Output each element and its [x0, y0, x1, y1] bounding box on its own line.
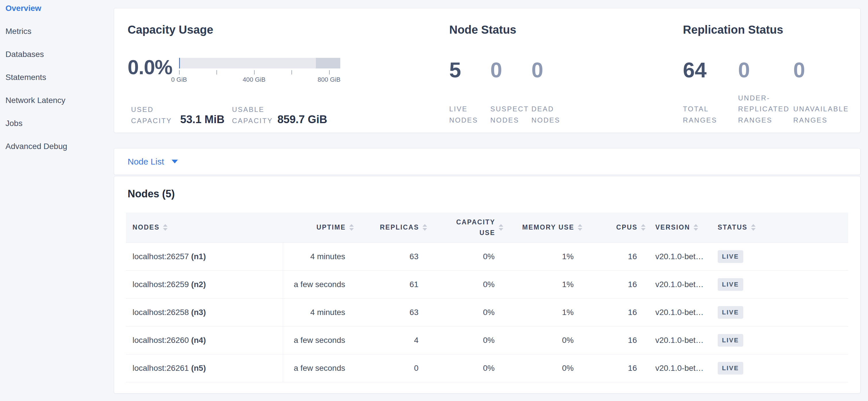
status-cell: LIVE	[710, 270, 848, 298]
memory-use-cell: 1%	[506, 270, 585, 298]
column-header-nodes[interactable]: NODES	[126, 212, 283, 242]
cluster-summary-card: Capacity Usage 0.0%	[114, 8, 861, 133]
column-header-label: MEMORY USE	[522, 224, 574, 231]
gauge-tick	[254, 70, 255, 75]
dead-nodes-label: DEAD NODES	[531, 104, 569, 126]
column-header-status[interactable]: STATUS	[710, 212, 848, 242]
capacity-gauge-bar	[179, 58, 340, 68]
capacity-use-cell: 0%	[430, 270, 506, 298]
capacity-use-cell: 0%	[430, 298, 506, 326]
dead-nodes-count: 0	[531, 60, 580, 81]
sort-arrows-icon	[751, 224, 755, 231]
nodes-table: NODES UPTIME REPLICAS	[126, 212, 848, 382]
sort-arrows-icon	[163, 224, 167, 231]
node-id: (n3)	[191, 308, 206, 317]
column-header-label: NODES	[132, 224, 159, 231]
cpus-cell: 16	[585, 242, 648, 270]
unavailable-ranges-count: 0	[793, 60, 862, 81]
column-header-uptime[interactable]: UPTIME	[283, 212, 357, 242]
gauge-tick	[216, 70, 217, 75]
capacity-gauge-ticks	[179, 70, 340, 75]
node-row-4[interactable]: localhost:26260 (n4) a few seconds 4 0% …	[126, 326, 848, 354]
sidebar-item-network-latency[interactable]: Network Latency	[0, 89, 114, 112]
node-list-dropdown[interactable]: Node List	[128, 157, 178, 167]
total-ranges-count: 64	[683, 60, 738, 81]
caret-down-icon	[172, 160, 178, 163]
replication-status-title: Replication Status	[683, 23, 783, 36]
sidebar: Overview Metrics Databases Statements Ne…	[0, 0, 114, 401]
gauge-tick-label: 400 GiB	[243, 76, 266, 83]
cpus-cell: 16	[585, 270, 648, 298]
live-nodes-count: 5	[449, 60, 490, 81]
suspect-nodes-label: SUSPECT NODES	[490, 104, 528, 126]
unavailable-ranges-stat: 0 UNAVAILABLE RANGES	[793, 60, 862, 126]
uptime-cell: 4 minutes	[283, 242, 357, 270]
replicas-cell: 63	[357, 298, 430, 326]
dead-nodes-stat: 0 DEAD NODES	[531, 60, 580, 126]
version-cell: v20.1.0-bet…	[648, 326, 710, 354]
capacity-use-cell: 0%	[430, 242, 506, 270]
capacity-use-cell: 0%	[430, 326, 506, 354]
sort-arrows-icon	[349, 224, 354, 231]
node-list-card: Node List	[114, 148, 861, 175]
sidebar-item-databases[interactable]: Databases	[0, 43, 114, 66]
node-id: (n2)	[191, 280, 206, 289]
status-cell: LIVE	[710, 354, 848, 382]
node-row-1[interactable]: localhost:26257 (n1) 4 minutes 63 0% 1% …	[126, 242, 848, 270]
replicas-cell: 0	[357, 354, 430, 382]
node-name-cell: localhost:26261 (n5)	[126, 354, 283, 382]
column-header-capacity-use[interactable]: CAPACITY USE	[430, 212, 506, 242]
replicas-cell: 4	[357, 326, 430, 354]
status-badge: LIVE	[718, 278, 743, 291]
version-cell: v20.1.0-bet…	[648, 242, 710, 270]
sidebar-item-jobs[interactable]: Jobs	[0, 112, 114, 135]
sidebar-item-advanced-debug[interactable]: Advanced Debug	[0, 135, 114, 158]
suspect-nodes-count: 0	[490, 60, 531, 81]
cluster-overview-page: Overview Metrics Databases Statements Ne…	[0, 0, 868, 401]
status-badge: LIVE	[718, 334, 743, 347]
column-header-cpus[interactable]: CPUS	[585, 212, 648, 242]
column-header-replicas[interactable]: REPLICAS	[357, 212, 430, 242]
sort-arrows-icon	[693, 224, 698, 231]
uptime-cell: a few seconds	[283, 326, 357, 354]
node-status-title: Node Status	[449, 23, 516, 36]
version-cell: v20.1.0-bet…	[648, 354, 710, 382]
status-cell: LIVE	[710, 326, 848, 354]
uptime-cell: a few seconds	[283, 354, 357, 382]
sidebar-item-metrics[interactable]: Metrics	[0, 20, 114, 43]
node-row-2[interactable]: localhost:26259 (n2) a few seconds 61 0%…	[126, 270, 848, 298]
gauge-tick	[179, 70, 180, 75]
status-cell: LIVE	[710, 242, 848, 270]
capacity-gauge-reserved-segment	[316, 58, 340, 68]
sort-arrows-icon	[499, 224, 503, 231]
cpus-cell: 16	[585, 298, 648, 326]
under-replicated-ranges-count: 0	[738, 60, 793, 81]
node-row-3[interactable]: localhost:26258 (n3) 4 minutes 63 0% 1% …	[126, 298, 848, 326]
usable-capacity-label: USABLE CAPACITY	[232, 104, 276, 126]
capacity-gauge-used-marker	[179, 58, 180, 68]
capacity-usage-title: Capacity Usage	[128, 23, 213, 36]
column-header-label: REPLICAS	[380, 224, 419, 231]
memory-use-cell: 0%	[506, 354, 585, 382]
live-nodes-label: LIVE NODES	[449, 104, 487, 126]
column-header-memory-use[interactable]: MEMORY USE	[506, 212, 585, 242]
under-replicated-ranges-stat: 0 UNDER-REPLICATED RANGES	[738, 60, 793, 126]
column-header-label: STATUS	[718, 224, 748, 231]
gauge-tick-label: 800 GiB	[318, 76, 341, 83]
column-header-label: UPTIME	[316, 224, 346, 231]
node-id: (n5)	[191, 364, 206, 373]
node-row-5[interactable]: localhost:26261 (n5) a few seconds 0 0% …	[126, 354, 848, 382]
memory-use-cell: 1%	[506, 298, 585, 326]
total-ranges-stat: 64 TOTAL RANGES	[683, 60, 738, 126]
node-id: (n4)	[191, 336, 206, 345]
column-header-version[interactable]: VERSION	[648, 212, 710, 242]
node-name-cell: localhost:26260 (n4)	[126, 326, 283, 354]
sidebar-item-overview[interactable]: Overview	[0, 0, 114, 20]
node-name-cell: localhost:26259 (n2)	[126, 270, 283, 298]
sidebar-item-statements[interactable]: Statements	[0, 66, 114, 89]
node-id: (n1)	[191, 252, 206, 261]
capacity-gauge: 0 GiB 400 GiB 800 GiB	[179, 58, 340, 83]
replicas-cell: 63	[357, 242, 430, 270]
under-replicated-ranges-label: UNDER-REPLICATED RANGES	[738, 93, 792, 126]
live-nodes-stat: 5 LIVE NODES	[449, 60, 490, 126]
